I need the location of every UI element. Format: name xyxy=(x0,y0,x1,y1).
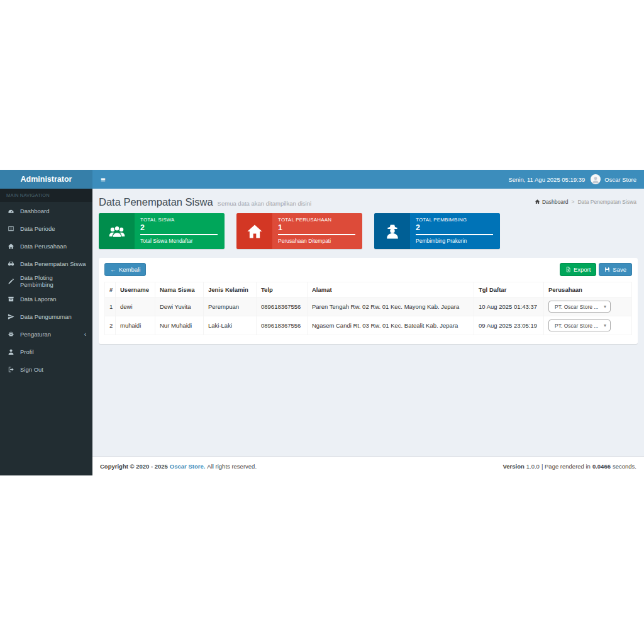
info-box-value: 2 xyxy=(140,223,219,232)
home-icon xyxy=(236,213,272,249)
chevron-left-icon: ‹ xyxy=(84,331,86,338)
main-footer: Copyright © 2020 - 2025Oscar Store.All r… xyxy=(92,456,644,475)
col-header-perusahaan: Perusahaan xyxy=(544,282,632,297)
archive-icon xyxy=(8,296,16,303)
footer-version: Version1.0.0| Page rendered in0.0466seco… xyxy=(501,463,636,470)
avatar xyxy=(591,174,601,184)
data-panel: ← Kembali Export Save xyxy=(99,258,638,344)
content: Data Penempatan Siswa Semua data akan di… xyxy=(92,189,644,344)
home-icon xyxy=(535,199,540,204)
sidebar-item-data-ploting-pembimbing[interactable]: Data Ploting Pembimbing xyxy=(0,272,92,290)
file-excel-icon xyxy=(565,267,571,272)
gears-icon xyxy=(8,331,16,338)
info-box-description: Perusahaan Ditempati xyxy=(278,238,357,244)
pencil-icon xyxy=(8,278,16,285)
col-header-nama-siswa: Nama Siswa xyxy=(155,282,204,297)
info-boxes-row: TOTAL SISWA 2 Total Siswa Mendaftar TOTA… xyxy=(99,213,638,249)
user-secret-icon xyxy=(374,213,410,249)
sidebar-item-label: Data Perusahaan xyxy=(20,243,67,250)
sidebar-item-data-periode[interactable]: Data Periode xyxy=(0,219,92,237)
col-header-num: # xyxy=(105,282,116,297)
sidebar-item-label: Pengaturan xyxy=(20,331,51,338)
back-button[interactable]: ← Kembali xyxy=(104,263,146,276)
info-box-label: TOTAL SISWA xyxy=(140,217,219,223)
panel-toolbar: ← Kembali Export Save xyxy=(104,263,632,276)
dashboard-icon xyxy=(8,208,16,214)
col-header-telp: Telp xyxy=(257,282,308,297)
cell-num: 2 xyxy=(105,316,116,335)
sidebar-item-sign-out[interactable]: Sign Out xyxy=(0,360,92,378)
info-box-progress xyxy=(278,234,355,235)
col-header-jenis-kelamin: Jenis Kelamin xyxy=(204,282,257,297)
columns-icon xyxy=(8,225,16,232)
navbar-main: ≡ Senin, 11 Agu 2025 05:19:39 Oscar Stor… xyxy=(92,170,644,189)
perusahaan-select[interactable]: PT. Oscar Store ... ▾ xyxy=(548,301,611,313)
cell-jenis-kelamin: Perempuan xyxy=(204,297,257,316)
info-box-value: 1 xyxy=(278,223,357,232)
sidebar-section-label: MAIN NAVIGATION xyxy=(0,189,92,202)
info-box-label: TOTAL PERUSAHAAN xyxy=(278,217,357,223)
caret-down-icon: ▾ xyxy=(604,323,606,328)
sidebar-item-pengaturan[interactable]: Pengaturan ‹ xyxy=(0,325,92,343)
sidebar-item-label: Data Ploting Pembimbing xyxy=(20,274,86,288)
paper-plane-icon xyxy=(8,313,16,320)
car-icon xyxy=(8,260,16,267)
col-header-tgl-daftar: Tgl Daftar xyxy=(474,282,544,297)
sidebar-item-label: Sign Out xyxy=(20,366,43,373)
sidebar-item-dashboard[interactable]: Dashboard xyxy=(0,202,92,219)
sidebar-item-label: Profil xyxy=(20,348,34,355)
user-menu[interactable]: Oscar Store xyxy=(591,174,636,184)
breadcrumb-dashboard-link[interactable]: Dashboard xyxy=(535,199,569,205)
sidebar-item-data-penempatan-siswa[interactable]: Data Penempatan Siswa xyxy=(0,255,92,272)
sidebar-item-data-perusahaan[interactable]: Data Perusahaan xyxy=(0,237,92,255)
sidebar-item-profil[interactable]: Profil xyxy=(0,343,92,360)
export-button[interactable]: Export xyxy=(560,263,596,276)
user-icon xyxy=(8,348,16,355)
sidebar-item-data-laporan[interactable]: Data Laporan xyxy=(0,290,92,308)
sidebar-item-data-pengumuman[interactable]: Data Pengumuman xyxy=(0,308,92,325)
info-box-value: 2 xyxy=(416,223,494,232)
user-name: Oscar Store xyxy=(604,176,636,183)
floppy-icon xyxy=(604,267,610,272)
hamburger-icon: ≡ xyxy=(101,175,106,184)
table-header-row: # Username Nama Siswa Jenis Kelamin Telp… xyxy=(105,282,632,297)
page-title: Data Penempatan Siswa xyxy=(99,196,213,208)
content-wrapper: Data Penempatan Siswa Semua data akan di… xyxy=(92,189,644,456)
info-box-body: TOTAL PERUSAHAAN 1 Perusahaan Ditempati xyxy=(272,213,362,249)
cell-perusahaan: PT. Oscar Store ... ▾ xyxy=(544,316,632,335)
sidebar-toggle-button[interactable]: ≡ xyxy=(92,170,114,189)
cell-nama-siswa: Nur Muhaidi xyxy=(155,316,204,335)
cell-perusahaan: PT. Oscar Store ... ▾ xyxy=(544,297,632,316)
top-navbar: Administrator ≡ Senin, 11 Agu 2025 05:19… xyxy=(0,170,644,189)
save-button[interactable]: Save xyxy=(599,263,632,276)
info-box-label: TOTAL PEMBIMBING xyxy=(416,217,494,223)
cell-username: muhaidi xyxy=(116,316,155,335)
cell-nama-siswa: Dewi Yuvita xyxy=(155,297,204,316)
cell-num: 1 xyxy=(105,297,116,316)
footer-copyright: Copyright © 2020 - 2025Oscar Store.All r… xyxy=(100,463,258,470)
arrow-left-icon: ← xyxy=(110,267,116,273)
sidebar: MAIN NAVIGATION Dashboard Data Periode D… xyxy=(0,189,92,475)
col-header-username: Username xyxy=(116,282,155,297)
cell-jenis-kelamin: Laki-Laki xyxy=(204,316,257,335)
sidebar-item-label: Data Periode xyxy=(20,225,55,232)
cell-alamat: Ngasem Candi Rt. 03 Rw. 01 Kec. Batealit… xyxy=(308,316,474,335)
info-box-total-pembimbing: TOTAL PEMBIMBING 2 Pembimbing Prakerin xyxy=(374,213,500,249)
caret-down-icon: ▾ xyxy=(604,304,606,309)
breadcrumb-separator: > xyxy=(571,199,574,205)
navbar-datetime: Senin, 11 Agu 2025 05:19:39 xyxy=(508,176,585,183)
table-row: 1 dewi Dewi Yuvita Perempuan 08961836755… xyxy=(105,297,632,316)
cell-telp: 089618367556 xyxy=(257,297,308,316)
info-box-progress xyxy=(416,234,493,235)
brand-logo[interactable]: Administrator xyxy=(0,170,92,189)
sidebar-item-label: Data Pengumuman xyxy=(20,313,72,320)
footer-brand-link[interactable]: Oscar Store. xyxy=(170,463,206,470)
cell-telp: 089618367556 xyxy=(257,316,308,335)
cell-tgl-daftar: 10 Aug 2025 01:43:37 xyxy=(474,297,544,316)
users-icon xyxy=(99,213,135,249)
info-box-progress xyxy=(140,234,218,235)
info-box-description: Total Siswa Mendaftar xyxy=(140,238,219,244)
perusahaan-select[interactable]: PT. Oscar Store ... ▾ xyxy=(548,319,611,331)
toolbar-right: Export Save xyxy=(560,263,632,276)
person-icon xyxy=(591,175,600,184)
